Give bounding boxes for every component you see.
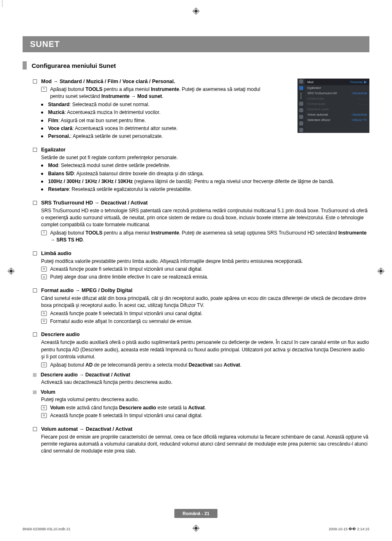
square-bullet-icon	[33, 79, 37, 84]
note-text: Această funcţie poate fi selectată în ti…	[50, 412, 369, 419]
sub-heading-egalizator: Egalizator	[41, 147, 66, 153]
square-bullet-icon	[33, 288, 37, 293]
note-text: Apăsaţi butonul TOOLS pentru a afişa men…	[50, 230, 369, 244]
sub-heading-descriere: Descriere audio	[41, 332, 80, 337]
square-bullet-icon	[33, 427, 37, 431]
bullet-text: Mod: Selectează modul sunet dintre setăr…	[48, 162, 369, 169]
osd-row: Egalizator	[305, 85, 369, 91]
section-title: Configurarea meniului Sunet	[32, 62, 116, 69]
sub-heading-mod: Mod → Standard / Muzică / Film / Voce cl…	[41, 79, 175, 84]
note-text: Această funcţie poate fi selectată în ti…	[50, 266, 369, 273]
paragraph: Când sunetul este difuzat atât din boxa …	[41, 295, 369, 309]
osd-top-value: Personal.	[350, 80, 363, 84]
note-icon: N	[41, 319, 47, 324]
paragraph: SRS TruSurround HD este o tehnologie SRS…	[41, 207, 369, 229]
osd-row: Descriere audio	[305, 107, 369, 112]
sub-heading-srs: SRS TruSurround HD → Dezactivat / Activa…	[41, 200, 148, 206]
paragraph: Setările de sunet pot fi reglate conform…	[41, 154, 369, 161]
note-icon: N	[41, 405, 47, 410]
registration-mark-icon	[377, 267, 385, 275]
sub-heading-limba: Limbă audio	[41, 251, 71, 256]
paragraph: Această funcţie audio auxiliară oferă o …	[41, 339, 369, 360]
dot-bullet-icon	[41, 104, 43, 106]
note-text: Această funcţie poate fi selectată în ti…	[50, 310, 369, 317]
osd-icon	[299, 115, 303, 119]
osd-icon	[299, 128, 303, 132]
paragraph: Activează sau dezactivează funcţia pentr…	[41, 379, 369, 386]
sub-heading-volauto: Volum automat → Dezactivat / Activat	[41, 426, 132, 432]
dot-bullet-icon	[41, 188, 43, 190]
bullet-text: Balans S/D: Ajustează balansul dintre bo…	[48, 170, 369, 177]
note-text: Volum este activă când funcţia Descriere…	[50, 404, 369, 411]
section-bar-icon	[23, 61, 27, 70]
osd-icon	[299, 102, 303, 106]
osd-row: Format audio- - - -	[305, 101, 369, 107]
note-icon: N	[41, 267, 47, 272]
osd-top-key: Mod	[307, 80, 314, 84]
note-icon: N	[41, 274, 47, 279]
small-square-bullet-icon	[33, 373, 37, 377]
small-square-bullet-icon	[33, 390, 37, 394]
paragraph: Fiecare post de emisie are propriile car…	[41, 434, 369, 455]
note-icon: N	[41, 311, 47, 316]
chevron-right-icon: ▶	[364, 80, 367, 84]
bullet-text: 100Hz / 300Hz / 1KHz / 3KHz / 10KHz (reg…	[48, 178, 369, 185]
note-text: Formatul audio este afişat în concordanţ…	[50, 318, 369, 325]
footer-file: BN68-02388B-03L10.indb 21	[23, 527, 71, 531]
square-bullet-icon	[33, 148, 37, 152]
square-bullet-icon	[33, 251, 37, 255]
note-text: Apăsaţi butonul AD de pe telecomandă pen…	[50, 362, 369, 369]
dot-bullet-icon	[41, 173, 43, 175]
sub2-heading: Descriere audio → Dezactivat / Activat	[41, 372, 130, 378]
square-bullet-icon	[33, 201, 37, 205]
bullet-text: Resetare: Resetează setările egalizatoru…	[48, 186, 369, 193]
sub-heading-format: Format audio → MPEG / Dolby Digital	[41, 288, 132, 293]
bullet-text: Muzică: Accentuează muzica în detrimentu…	[48, 109, 275, 116]
osd-row: Volum automatDezactivat	[305, 112, 369, 117]
page-number-badge: Română - 21	[174, 509, 217, 518]
square-bullet-icon	[33, 332, 37, 337]
bullet-text: Personal.: Apelează setările de sunet pe…	[48, 133, 275, 140]
dot-bullet-icon	[41, 181, 43, 183]
registration-mark-icon	[192, 7, 200, 15]
registration-mark-icon	[7, 267, 15, 275]
dot-bullet-icon	[41, 165, 43, 167]
dot-bullet-icon	[41, 128, 43, 130]
osd-row: SRS TruSurround HDDezactivat	[305, 91, 369, 96]
note-icon: N	[41, 413, 47, 418]
osd-preview: Sunet Mod Personal. ▶ EgalizatorSRS TruS…	[297, 79, 369, 133]
bullet-text: Standard: Selectează modul de sunet norm…	[48, 101, 275, 108]
dot-bullet-icon	[41, 111, 43, 114]
bullet-text: Voce clară: Accentuează vocea în detrime…	[48, 125, 275, 132]
osd-row: Selectare difuzorDifuzor TV	[305, 117, 369, 123]
osd-row: Limbă audio- - - -	[305, 96, 369, 101]
dot-bullet-icon	[41, 120, 43, 122]
osd-icon	[299, 121, 303, 125]
osd-icon-selected	[299, 86, 303, 90]
osd-icon	[299, 108, 303, 112]
paragraph: Puteţi modifica valorile prestabilite pe…	[41, 258, 369, 265]
tools-icon: T	[41, 87, 47, 92]
tools-icon: T	[41, 230, 47, 235]
sub2-heading: Volum	[41, 389, 55, 395]
page-banner: SUNET	[23, 36, 369, 52]
note-text: Puteţi alege doar una dintre limbile efe…	[50, 274, 369, 281]
crop-mark	[2, 0, 2, 7]
footer-timestamp: 2009-10-15 �� 2:14:15	[329, 527, 369, 531]
bullet-text: Film: Asigură cel mai bun sunet pentru f…	[48, 117, 275, 124]
note-text: Apăsaţi butonul TOOLS pentru a afişa men…	[50, 86, 275, 100]
dot-bullet-icon	[41, 135, 43, 137]
paragraph: Puteţi regla volumul pentru descrierea a…	[41, 396, 369, 403]
osd-side-label: Sunet	[300, 93, 302, 99]
remote-icon: O	[41, 362, 47, 367]
osd-icon	[299, 79, 303, 84]
